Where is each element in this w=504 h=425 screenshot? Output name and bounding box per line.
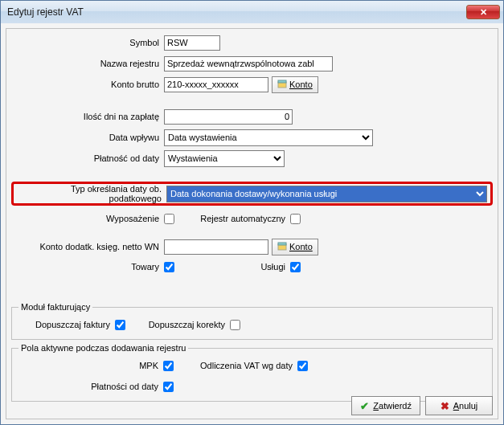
label-konto-brutto: Konto brutto bbox=[11, 80, 164, 89]
platnosci-od-checkbox[interactable] bbox=[163, 382, 174, 392]
cancel-icon: ✖ bbox=[440, 400, 449, 412]
symbol-input[interactable] bbox=[164, 35, 220, 51]
konto-brutto-button[interactable]: Konto bbox=[272, 76, 318, 93]
label-uslugi: Usługi bbox=[178, 262, 290, 272]
rejestr-auto-checkbox[interactable] bbox=[290, 214, 301, 224]
label-rejestr-auto: Rejestr automatyczny bbox=[178, 214, 290, 223]
svg-rect-1 bbox=[278, 80, 286, 83]
zatwierdz-rest: atwierdź bbox=[379, 401, 412, 411]
mpk-checkbox[interactable] bbox=[163, 361, 174, 371]
label-odlicz-vat: Odliczenia VAT wg daty bbox=[177, 361, 297, 370]
close-icon: ✕ bbox=[480, 7, 487, 18]
anuluj-rest: nuluj bbox=[459, 401, 477, 411]
label-symbol: Symbol bbox=[11, 38, 164, 47]
towary-checkbox[interactable] bbox=[164, 262, 174, 272]
label-data-wplywu: Data wpływu bbox=[11, 133, 164, 142]
label-platnosc-od: Płatność od daty bbox=[11, 153, 164, 163]
check-icon: ✔ bbox=[360, 400, 369, 412]
label-mpk: MPK bbox=[18, 361, 163, 370]
wyposazenie-checkbox[interactable] bbox=[164, 214, 174, 224]
label-konto-dodatk: Konto dodatk. księg. netto WN bbox=[11, 242, 164, 251]
titlebar: Edytuj rejestr VAT ✕ bbox=[1, 1, 503, 23]
konto-button-label: Konto bbox=[289, 242, 313, 251]
label-towary: Towary bbox=[11, 262, 164, 272]
label-dop-korekty: Dopuszczaj korekty bbox=[133, 320, 230, 329]
nazwa-input[interactable] bbox=[164, 56, 333, 72]
account-icon bbox=[277, 80, 287, 89]
label-platnosci-od: Płatności od daty bbox=[18, 382, 163, 391]
data-wplywu-select[interactable]: Data wystawienia bbox=[164, 129, 373, 146]
modul-legend: Moduł fakturujący bbox=[18, 302, 92, 312]
odlicz-vat-checkbox[interactable] bbox=[297, 361, 308, 371]
konto-dodatk-input[interactable] bbox=[164, 239, 268, 255]
platnosc-od-select[interactable]: Wystawienia bbox=[164, 150, 285, 167]
konto-button-label: Konto bbox=[289, 80, 313, 89]
window-title: Edytuj rejestr VAT bbox=[7, 6, 466, 18]
zatwierdz-button[interactable]: ✔ Zatwierdź bbox=[351, 396, 420, 415]
svg-rect-3 bbox=[278, 243, 286, 245]
window-close-button[interactable]: ✕ bbox=[466, 5, 500, 19]
dop-korekty-checkbox[interactable] bbox=[230, 320, 240, 330]
label-wyposazenie: Wyposażenie bbox=[11, 214, 164, 223]
pola-fieldset: Pola aktywne podczas dodawania rejestru … bbox=[11, 343, 493, 402]
modul-fieldset: Moduł fakturujący Dopuszczaj faktury Dop… bbox=[11, 302, 493, 340]
konto-brutto-input[interactable] bbox=[164, 77, 268, 92]
highlighted-field: Typ określania daty ob. podatkowego Data… bbox=[11, 182, 493, 206]
konto-dodatk-button[interactable]: Konto bbox=[272, 239, 318, 255]
label-ilosc-dni: Ilość dni na zapłatę bbox=[11, 112, 164, 121]
label-typ-daty: Typ określania daty ob. podatkowego bbox=[17, 184, 166, 203]
dop-faktury-checkbox[interactable] bbox=[115, 320, 125, 330]
anuluj-button[interactable]: ✖ Anuluj bbox=[425, 396, 493, 415]
typ-daty-select[interactable]: Data dokonania dostawy/wykonania usługi bbox=[166, 186, 487, 202]
uslugi-checkbox[interactable] bbox=[290, 262, 301, 272]
pola-legend: Pola aktywne podczas dodawania rejestru bbox=[18, 343, 188, 353]
account-icon bbox=[277, 242, 287, 251]
label-nazwa: Nazwa rejestru bbox=[11, 59, 164, 68]
label-dop-faktury: Dopuszczaj faktury bbox=[18, 320, 115, 329]
ilosc-dni-input[interactable] bbox=[164, 109, 293, 125]
